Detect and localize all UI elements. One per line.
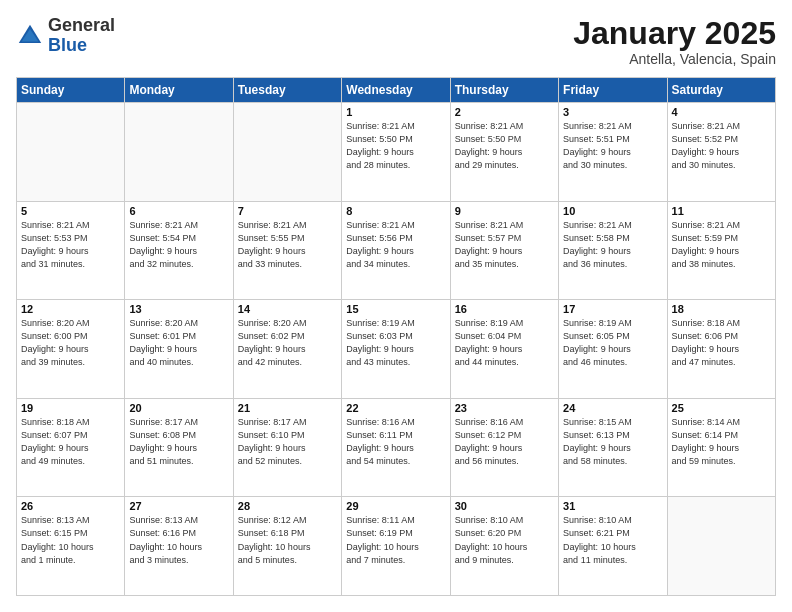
- day-info: Sunrise: 8:21 AM Sunset: 5:58 PM Dayligh…: [563, 219, 662, 271]
- day-info: Sunrise: 8:20 AM Sunset: 6:02 PM Dayligh…: [238, 317, 337, 369]
- page: General Blue January 2025 Antella, Valen…: [0, 0, 792, 612]
- day-header-monday: Monday: [125, 78, 233, 103]
- day-number: 3: [563, 106, 662, 118]
- calendar-cell: 12Sunrise: 8:20 AM Sunset: 6:00 PM Dayli…: [17, 300, 125, 399]
- day-info: Sunrise: 8:11 AM Sunset: 6:19 PM Dayligh…: [346, 514, 445, 566]
- day-info: Sunrise: 8:17 AM Sunset: 6:10 PM Dayligh…: [238, 416, 337, 468]
- calendar-cell: 14Sunrise: 8:20 AM Sunset: 6:02 PM Dayli…: [233, 300, 341, 399]
- logo-icon: [16, 22, 44, 50]
- calendar-cell: 5Sunrise: 8:21 AM Sunset: 5:53 PM Daylig…: [17, 201, 125, 300]
- logo-general: General: [48, 15, 115, 35]
- calendar-cell: [233, 103, 341, 202]
- day-info: Sunrise: 8:13 AM Sunset: 6:16 PM Dayligh…: [129, 514, 228, 566]
- calendar-cell: 9Sunrise: 8:21 AM Sunset: 5:57 PM Daylig…: [450, 201, 558, 300]
- day-info: Sunrise: 8:15 AM Sunset: 6:13 PM Dayligh…: [563, 416, 662, 468]
- calendar-cell: 20Sunrise: 8:17 AM Sunset: 6:08 PM Dayli…: [125, 398, 233, 497]
- calendar-cell: 18Sunrise: 8:18 AM Sunset: 6:06 PM Dayli…: [667, 300, 775, 399]
- day-number: 15: [346, 303, 445, 315]
- calendar-cell: 24Sunrise: 8:15 AM Sunset: 6:13 PM Dayli…: [559, 398, 667, 497]
- location: Antella, Valencia, Spain: [573, 51, 776, 67]
- day-number: 9: [455, 205, 554, 217]
- day-info: Sunrise: 8:21 AM Sunset: 5:55 PM Dayligh…: [238, 219, 337, 271]
- day-header-sunday: Sunday: [17, 78, 125, 103]
- day-number: 11: [672, 205, 771, 217]
- day-number: 14: [238, 303, 337, 315]
- calendar-cell: 4Sunrise: 8:21 AM Sunset: 5:52 PM Daylig…: [667, 103, 775, 202]
- day-info: Sunrise: 8:21 AM Sunset: 5:51 PM Dayligh…: [563, 120, 662, 172]
- day-number: 7: [238, 205, 337, 217]
- calendar-cell: 21Sunrise: 8:17 AM Sunset: 6:10 PM Dayli…: [233, 398, 341, 497]
- calendar-cell: 10Sunrise: 8:21 AM Sunset: 5:58 PM Dayli…: [559, 201, 667, 300]
- day-info: Sunrise: 8:13 AM Sunset: 6:15 PM Dayligh…: [21, 514, 120, 566]
- calendar-cell: 29Sunrise: 8:11 AM Sunset: 6:19 PM Dayli…: [342, 497, 450, 596]
- day-info: Sunrise: 8:19 AM Sunset: 6:05 PM Dayligh…: [563, 317, 662, 369]
- day-info: Sunrise: 8:12 AM Sunset: 6:18 PM Dayligh…: [238, 514, 337, 566]
- calendar-cell: 31Sunrise: 8:10 AM Sunset: 6:21 PM Dayli…: [559, 497, 667, 596]
- day-info: Sunrise: 8:21 AM Sunset: 5:57 PM Dayligh…: [455, 219, 554, 271]
- day-number: 26: [21, 500, 120, 512]
- calendar-cell: 11Sunrise: 8:21 AM Sunset: 5:59 PM Dayli…: [667, 201, 775, 300]
- day-info: Sunrise: 8:21 AM Sunset: 5:52 PM Dayligh…: [672, 120, 771, 172]
- day-number: 25: [672, 402, 771, 414]
- day-number: 5: [21, 205, 120, 217]
- calendar-cell: 23Sunrise: 8:16 AM Sunset: 6:12 PM Dayli…: [450, 398, 558, 497]
- day-info: Sunrise: 8:20 AM Sunset: 6:00 PM Dayligh…: [21, 317, 120, 369]
- calendar-cell: 17Sunrise: 8:19 AM Sunset: 6:05 PM Dayli…: [559, 300, 667, 399]
- day-info: Sunrise: 8:21 AM Sunset: 5:50 PM Dayligh…: [346, 120, 445, 172]
- day-info: Sunrise: 8:16 AM Sunset: 6:12 PM Dayligh…: [455, 416, 554, 468]
- day-number: 18: [672, 303, 771, 315]
- calendar-cell: 1Sunrise: 8:21 AM Sunset: 5:50 PM Daylig…: [342, 103, 450, 202]
- calendar: SundayMondayTuesdayWednesdayThursdayFrid…: [16, 77, 776, 596]
- calendar-cell: 13Sunrise: 8:20 AM Sunset: 6:01 PM Dayli…: [125, 300, 233, 399]
- day-number: 19: [21, 402, 120, 414]
- title-block: January 2025 Antella, Valencia, Spain: [573, 16, 776, 67]
- calendar-cell: 19Sunrise: 8:18 AM Sunset: 6:07 PM Dayli…: [17, 398, 125, 497]
- day-number: 8: [346, 205, 445, 217]
- logo: General Blue: [16, 16, 115, 56]
- header: General Blue January 2025 Antella, Valen…: [16, 16, 776, 67]
- calendar-cell: 7Sunrise: 8:21 AM Sunset: 5:55 PM Daylig…: [233, 201, 341, 300]
- day-info: Sunrise: 8:21 AM Sunset: 5:54 PM Dayligh…: [129, 219, 228, 271]
- day-number: 22: [346, 402, 445, 414]
- day-number: 2: [455, 106, 554, 118]
- calendar-cell: [125, 103, 233, 202]
- logo-blue: Blue: [48, 35, 87, 55]
- calendar-cell: 27Sunrise: 8:13 AM Sunset: 6:16 PM Dayli…: [125, 497, 233, 596]
- day-number: 31: [563, 500, 662, 512]
- day-info: Sunrise: 8:19 AM Sunset: 6:04 PM Dayligh…: [455, 317, 554, 369]
- day-info: Sunrise: 8:14 AM Sunset: 6:14 PM Dayligh…: [672, 416, 771, 468]
- day-header-friday: Friday: [559, 78, 667, 103]
- calendar-cell: 6Sunrise: 8:21 AM Sunset: 5:54 PM Daylig…: [125, 201, 233, 300]
- day-header-tuesday: Tuesday: [233, 78, 341, 103]
- day-info: Sunrise: 8:10 AM Sunset: 6:20 PM Dayligh…: [455, 514, 554, 566]
- calendar-cell: 3Sunrise: 8:21 AM Sunset: 5:51 PM Daylig…: [559, 103, 667, 202]
- day-number: 28: [238, 500, 337, 512]
- calendar-cell: 30Sunrise: 8:10 AM Sunset: 6:20 PM Dayli…: [450, 497, 558, 596]
- day-header-wednesday: Wednesday: [342, 78, 450, 103]
- day-number: 30: [455, 500, 554, 512]
- day-info: Sunrise: 8:10 AM Sunset: 6:21 PM Dayligh…: [563, 514, 662, 566]
- day-number: 24: [563, 402, 662, 414]
- day-info: Sunrise: 8:21 AM Sunset: 5:53 PM Dayligh…: [21, 219, 120, 271]
- day-info: Sunrise: 8:18 AM Sunset: 6:06 PM Dayligh…: [672, 317, 771, 369]
- calendar-cell: [667, 497, 775, 596]
- day-number: 13: [129, 303, 228, 315]
- day-number: 27: [129, 500, 228, 512]
- day-info: Sunrise: 8:16 AM Sunset: 6:11 PM Dayligh…: [346, 416, 445, 468]
- day-number: 17: [563, 303, 662, 315]
- day-info: Sunrise: 8:19 AM Sunset: 6:03 PM Dayligh…: [346, 317, 445, 369]
- calendar-cell: 2Sunrise: 8:21 AM Sunset: 5:50 PM Daylig…: [450, 103, 558, 202]
- day-header-thursday: Thursday: [450, 78, 558, 103]
- calendar-cell: [17, 103, 125, 202]
- calendar-cell: 16Sunrise: 8:19 AM Sunset: 6:04 PM Dayli…: [450, 300, 558, 399]
- day-number: 6: [129, 205, 228, 217]
- day-number: 29: [346, 500, 445, 512]
- day-number: 4: [672, 106, 771, 118]
- day-info: Sunrise: 8:18 AM Sunset: 6:07 PM Dayligh…: [21, 416, 120, 468]
- day-info: Sunrise: 8:21 AM Sunset: 5:56 PM Dayligh…: [346, 219, 445, 271]
- calendar-cell: 26Sunrise: 8:13 AM Sunset: 6:15 PM Dayli…: [17, 497, 125, 596]
- calendar-cell: 8Sunrise: 8:21 AM Sunset: 5:56 PM Daylig…: [342, 201, 450, 300]
- day-number: 20: [129, 402, 228, 414]
- month-title: January 2025: [573, 16, 776, 51]
- day-number: 1: [346, 106, 445, 118]
